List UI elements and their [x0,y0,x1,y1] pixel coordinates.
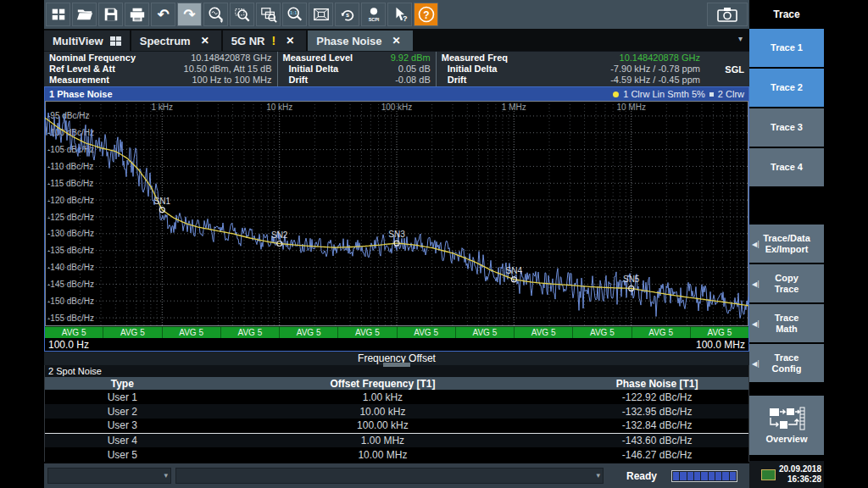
close-icon[interactable]: ✕ [282,34,298,47]
col-header-phase-noise: Phase Noise [T1] [565,377,748,390]
softkey-trace-1[interactable]: Trace 1 [749,29,824,67]
zoom-selection-icon[interactable] [230,3,254,26]
y-axis-tick-label: -135 dBc/Hz [47,246,94,255]
tab-phase-noise[interactable]: Phase Noise ✕ [308,30,412,51]
softkey-trace-data-ex-import[interactable]: ◀|Trace/Data Ex/Import [749,225,824,263]
softkey-trace-math[interactable]: ◀|Trace Math [749,304,824,342]
progress-segment [715,472,721,480]
spot-noise-marker-label: SN2 [271,230,288,240]
table-row[interactable]: User 210.00 kHz-132.95 dBc/Hz [45,404,748,419]
context-help-icon[interactable]: ? [387,3,412,26]
spot-noise-marker-label: SN1 [154,197,171,206]
info-label: Ref Level & Att [49,64,115,75]
spot-noise-table[interactable]: Type Offset Frequency [T1] Phase Noise [… [45,377,748,462]
frequency-axis-endpoints: 100.0 Hz 100.0 MHz [45,338,748,351]
phase-noise-plot[interactable]: -95 dBc/Hz-100 dBc/Hz-105 dBc/Hz-110 dBc… [45,101,748,326]
overview-button[interactable]: Overview [749,396,824,455]
softkey-trace-4[interactable]: Trace 4 [749,148,824,186]
info-label: Initial Delta [442,64,498,75]
zoom-trace-icon[interactable] [203,3,228,26]
table-row[interactable]: User 3100.00 kHz-132.84 dBc/Hz [45,419,748,433]
calendar-icon [761,469,776,480]
progress-segment [709,472,715,480]
trace1-legend-label: 1 Clrw Lin Smth 5% [623,89,705,99]
zoom-one-to-one-icon[interactable]: 1:1 [282,3,307,26]
status-dropdown-left[interactable]: ▾ [47,468,171,484]
table-row[interactable]: User 41.00 MHz-143.60 dBc/Hz [45,433,748,447]
scpi-remote-icon[interactable]: SCPI [361,3,386,26]
spot-noise-title-bar[interactable]: 2 Spot Noise [45,365,748,377]
info-value: -7.90 kHz / -0.78 ppm [610,64,744,75]
y-axis-tick-label: -115 dBc/Hz [47,179,93,188]
y-axis-tick-label: -120 dBc/Hz [47,196,94,205]
date-time-panel: 20.09.2018 16:36:28 [749,461,824,488]
tab-multiview[interactable]: MultiView [44,30,130,51]
status-message-dropdown[interactable]: ▾ [175,468,604,484]
status-bar: ▾ ▾ Ready [44,463,749,488]
overview-flowchart-icon [768,407,805,430]
softkey-trace-3[interactable]: Trace 3 [749,108,824,147]
softkey-trace-2[interactable]: Trace 2 [749,69,824,107]
y-axis-tick-label: -110 dBc/Hz [47,162,93,171]
undo-icon[interactable]: ↶ [151,3,175,26]
open-file-icon[interactable] [72,3,97,26]
avg-segment: AVG 5 [515,327,573,338]
chevron-down-icon: ▾ [596,471,600,480]
refresh-single-sweep-icon[interactable]: s [335,3,359,26]
y-axis-tick-label: -145 dBc/Hz [47,280,94,289]
info-value: 10.50 dBm, Att 15 dB [184,64,272,75]
single-sweep-badge: SGL [725,64,744,75]
avg-segment: AVG 5 [338,327,397,338]
save-icon[interactable] [98,3,123,26]
svg-text:?: ? [403,14,408,23]
info-value: 100 Hz to 100 MHz [192,75,271,86]
tab-overflow-caret-icon[interactable]: ▾ [738,34,743,43]
trace2-legend-label: 2 Clrw [718,89,744,99]
info-label: Drift [283,75,309,86]
windows-icon[interactable] [46,3,70,26]
close-icon[interactable]: ✕ [389,34,404,47]
avg-segment: AVG 5 [691,327,748,338]
info-value: 9.92 dBm [391,53,431,64]
display-frame-icon[interactable] [309,3,333,26]
softkey-menu-title: Trace [749,0,824,29]
tab-label: MultiView [53,35,103,47]
info-label: Measured Level [283,53,353,64]
chevron-down-icon: ▾ [164,471,168,480]
x-axis-tick-label: 10 kHz [266,103,292,112]
avg-segment: AVG 5 [45,327,103,338]
x-axis-tick-label: 1 MHz [502,103,526,112]
tab-5g-nr[interactable]: 5G NR ! ✕ [223,30,306,51]
info-col-level: Measured Level9.92 dBm Initial Delta0.05… [277,52,436,86]
window-grab-handle[interactable] [383,363,410,367]
progress-segment [687,472,693,480]
help-icon[interactable]: ? [414,3,438,26]
submenu-arrow-icon: ◀| [752,319,760,330]
close-icon[interactable]: ✕ [198,34,213,47]
camera-icon[interactable] [707,3,748,26]
channel-info-bar[interactable]: Nominal Frequency10.148420878 GHz Ref Le… [44,51,749,86]
redo-icon: ↷ [177,3,202,26]
ready-status: Ready [626,470,657,482]
instrument-screen: ↶ ↷ 1:1 s SCPI ? [0,0,868,488]
progress-segment [680,472,686,480]
table-row[interactable]: User 11.00 kHz-122.92 dBc/Hz [45,390,748,404]
freq-start-label: 100.0 Hz [48,339,89,351]
y-axis-tick-label: -140 dBc/Hz [47,263,94,272]
info-label: Nominal Frequency [49,53,136,64]
phase-noise-title-bar[interactable]: 1 Phase Noise 1 Clrw Lin Smth 5% 2 Clrw [45,87,748,101]
svg-text:s: s [345,11,348,19]
print-icon[interactable] [125,3,149,26]
col-header-type: Type [45,377,200,390]
submenu-arrow-icon: ◀| [752,239,760,250]
table-row[interactable]: User 510.00 MHz-146.27 dBc/Hz [45,447,748,462]
zoom-windows-icon[interactable] [256,3,281,26]
window-title: 2 Spot Noise [48,366,102,376]
submenu-arrow-icon: ◀| [752,279,760,290]
info-col-frequency: Nominal Frequency10.148420878 GHz Ref Le… [44,52,277,86]
table-header-row: Type Offset Frequency [T1] Phase Noise [… [45,377,748,390]
tab-spectrum[interactable]: Spectrum ✕ [131,30,221,51]
softkey-trace-config[interactable]: ◀|Trace Config [749,344,824,382]
info-label: Measurement [49,75,109,86]
softkey-copy-trace[interactable]: ◀|Copy Trace [749,264,824,302]
